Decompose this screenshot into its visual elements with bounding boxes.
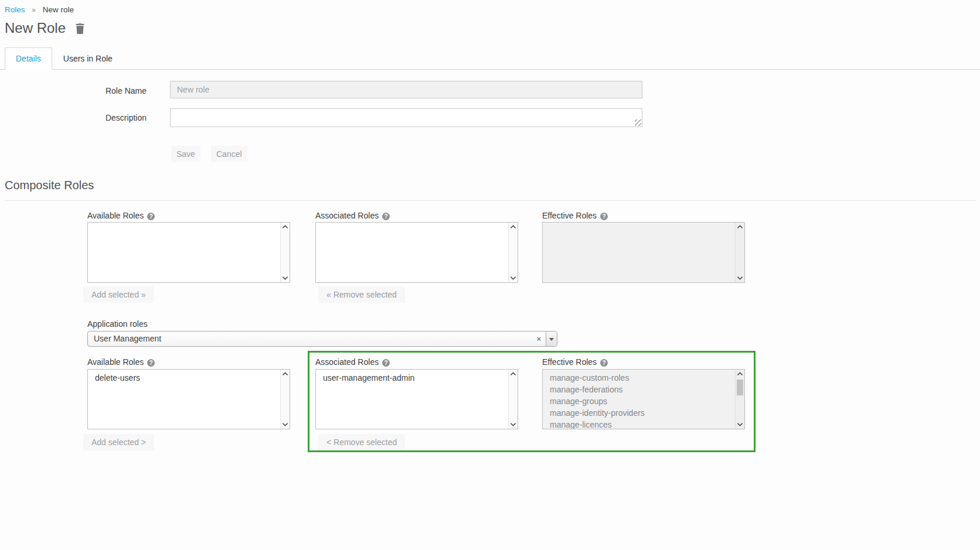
role-option[interactable]: delete-users [88, 372, 280, 384]
scroll-down-icon[interactable] [510, 422, 516, 426]
listbox-options [88, 223, 280, 282]
tab-details[interactable]: Details [5, 47, 52, 70]
scroll-down-icon[interactable] [510, 276, 516, 280]
description-field-wrap [170, 108, 642, 127]
app-effective-roles-listbox: manage-custom-roles manage-federations m… [542, 369, 745, 429]
label-text: Available Roles [87, 357, 144, 367]
description-textarea[interactable] [170, 108, 642, 127]
tab-users-in-role[interactable]: Users in Role [52, 47, 124, 70]
page-title-text: New Role [5, 20, 66, 36]
realm-effective-roles-label: Effective Roles? [542, 211, 608, 220]
scroll-down-icon[interactable] [737, 422, 743, 426]
label-text: Effective Roles [542, 357, 597, 367]
scroll-down-icon[interactable] [282, 276, 288, 280]
label-text: Associated Roles [315, 357, 379, 367]
role-option: manage-licences [543, 419, 735, 429]
clear-selection-icon[interactable]: × [536, 332, 541, 346]
cancel-button[interactable]: Cancel [211, 146, 247, 162]
save-button[interactable]: Save [171, 146, 200, 162]
new-role-page: Roles » New role New Role Details Users … [0, 0, 980, 550]
help-icon[interactable]: ? [382, 213, 390, 220]
app-add-selected-button[interactable]: Add selected > [83, 434, 154, 450]
scroll-up-icon[interactable] [282, 372, 288, 376]
breadcrumb-current: New role [43, 5, 74, 14]
listbox-options: manage-custom-roles manage-federations m… [543, 370, 735, 429]
role-name-input[interactable] [170, 81, 642, 98]
listbox-scrollbar[interactable] [508, 370, 518, 429]
role-option: manage-custom-roles [543, 372, 735, 384]
app-available-roles-label: Available Roles? [87, 357, 155, 367]
scroll-down-icon[interactable] [737, 276, 743, 280]
role-name-label: Role Name [53, 86, 147, 95]
description-label: Description [53, 113, 147, 122]
realm-effective-roles-listbox [542, 222, 745, 283]
scrollbar-thumb[interactable] [737, 380, 743, 395]
scroll-up-icon[interactable] [737, 225, 743, 229]
breadcrumb-roles-link[interactable]: Roles [5, 5, 25, 14]
selected-application: User Management [94, 332, 161, 346]
label-text: Effective Roles [542, 211, 597, 220]
realm-add-selected-button[interactable]: Add selected » [83, 286, 154, 303]
listbox-options: delete-users [88, 370, 280, 429]
resize-grip-icon[interactable] [635, 119, 641, 126]
scroll-up-icon[interactable] [510, 372, 516, 376]
application-roles-select[interactable]: User Management × [87, 331, 557, 347]
help-icon[interactable]: ? [600, 213, 608, 220]
realm-remove-selected-button[interactable]: « Remove selected [318, 286, 405, 303]
listbox-options [316, 223, 508, 282]
scroll-down-icon[interactable] [282, 422, 288, 426]
section-divider [5, 200, 976, 201]
listbox-scrollbar[interactable] [735, 370, 744, 429]
realm-available-roles-label: Available Roles? [87, 211, 155, 220]
help-icon[interactable]: ? [147, 359, 155, 367]
role-option: manage-identity-providers [543, 407, 735, 419]
role-option: manage-federations [543, 384, 735, 395]
breadcrumb-separator: » [32, 6, 36, 14]
listbox-options: user-management-admin [316, 370, 508, 429]
role-option: manage-groups [543, 395, 735, 407]
app-associated-roles-listbox[interactable]: user-management-admin [315, 369, 518, 429]
application-roles-label: Application roles [87, 319, 148, 329]
listbox-scrollbar[interactable] [280, 370, 290, 429]
tab-bar: Details Users in Role [0, 47, 980, 70]
composite-roles-heading: Composite Roles [5, 179, 94, 192]
dropdown-toggle-button[interactable] [546, 332, 557, 346]
scroll-up-icon[interactable] [510, 225, 516, 229]
listbox-scrollbar[interactable] [508, 223, 518, 282]
app-effective-roles-label: Effective Roles? [542, 357, 608, 367]
label-text: Associated Roles [315, 211, 379, 220]
help-icon[interactable]: ? [147, 213, 155, 220]
scroll-up-icon[interactable] [282, 225, 288, 229]
realm-associated-roles-listbox[interactable] [315, 222, 518, 283]
scroll-up-icon[interactable] [737, 372, 743, 376]
help-icon[interactable]: ? [382, 359, 390, 367]
listbox-options [543, 223, 735, 282]
label-text: Available Roles [87, 211, 144, 220]
help-icon[interactable]: ? [600, 359, 608, 367]
realm-associated-roles-label: Associated Roles? [315, 211, 390, 220]
listbox-scrollbar[interactable] [735, 223, 744, 282]
app-remove-selected-button[interactable]: < Remove selected [318, 434, 405, 450]
role-option[interactable]: user-management-admin [316, 372, 508, 384]
chevron-down-icon [549, 338, 554, 341]
app-associated-roles-label: Associated Roles? [315, 357, 390, 367]
listbox-scrollbar[interactable] [280, 223, 290, 282]
delete-role-trash-icon[interactable] [75, 21, 85, 37]
page-title: New Role [5, 20, 85, 37]
breadcrumb: Roles » New role [5, 5, 74, 14]
realm-available-roles-listbox[interactable] [87, 222, 290, 283]
app-available-roles-listbox[interactable]: delete-users [87, 369, 290, 429]
